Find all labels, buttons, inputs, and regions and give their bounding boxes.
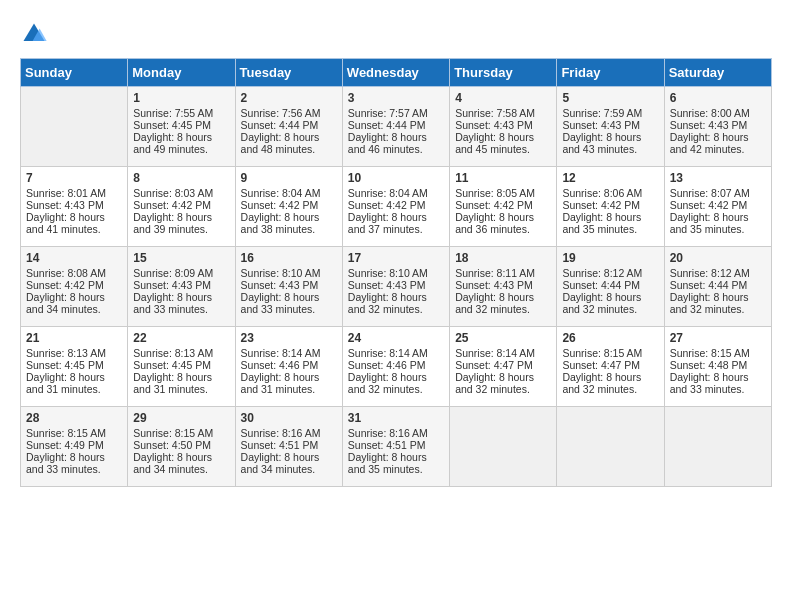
calendar-cell: 12 Sunrise: 8:06 AM Sunset: 4:42 PM Dayl… xyxy=(557,167,664,247)
sunset-text: Sunset: 4:50 PM xyxy=(133,439,211,451)
daylight-text: Daylight: 8 hours and 42 minutes. xyxy=(670,131,749,155)
calendar-cell: 13 Sunrise: 8:07 AM Sunset: 4:42 PM Dayl… xyxy=(664,167,771,247)
day-number: 23 xyxy=(241,331,337,345)
day-number: 5 xyxy=(562,91,658,105)
sunset-text: Sunset: 4:43 PM xyxy=(670,119,748,131)
day-number: 3 xyxy=(348,91,444,105)
daylight-text: Daylight: 8 hours and 45 minutes. xyxy=(455,131,534,155)
daylight-text: Daylight: 8 hours and 32 minutes. xyxy=(455,371,534,395)
day-number: 12 xyxy=(562,171,658,185)
sunset-text: Sunset: 4:46 PM xyxy=(241,359,319,371)
daylight-text: Daylight: 8 hours and 48 minutes. xyxy=(241,131,320,155)
calendar-cell: 2 Sunrise: 7:56 AM Sunset: 4:44 PM Dayli… xyxy=(235,87,342,167)
sunset-text: Sunset: 4:48 PM xyxy=(670,359,748,371)
sunset-text: Sunset: 4:43 PM xyxy=(26,199,104,211)
day-number: 21 xyxy=(26,331,122,345)
daylight-text: Daylight: 8 hours and 35 minutes. xyxy=(348,451,427,475)
days-header-row: SundayMondayTuesdayWednesdayThursdayFrid… xyxy=(21,59,772,87)
day-number: 24 xyxy=(348,331,444,345)
day-number: 8 xyxy=(133,171,229,185)
sunrise-text: Sunrise: 8:12 AM xyxy=(562,267,642,279)
sunset-text: Sunset: 4:42 PM xyxy=(562,199,640,211)
sunset-text: Sunset: 4:43 PM xyxy=(562,119,640,131)
calendar-cell: 7 Sunrise: 8:01 AM Sunset: 4:43 PM Dayli… xyxy=(21,167,128,247)
sunrise-text: Sunrise: 8:14 AM xyxy=(241,347,321,359)
daylight-text: Daylight: 8 hours and 32 minutes. xyxy=(348,291,427,315)
sunset-text: Sunset: 4:43 PM xyxy=(241,279,319,291)
day-number: 25 xyxy=(455,331,551,345)
daylight-text: Daylight: 8 hours and 32 minutes. xyxy=(348,371,427,395)
day-number: 17 xyxy=(348,251,444,265)
sunset-text: Sunset: 4:42 PM xyxy=(670,199,748,211)
daylight-text: Daylight: 8 hours and 43 minutes. xyxy=(562,131,641,155)
day-number: 2 xyxy=(241,91,337,105)
sunrise-text: Sunrise: 8:15 AM xyxy=(562,347,642,359)
calendar-cell: 25 Sunrise: 8:14 AM Sunset: 4:47 PM Dayl… xyxy=(450,327,557,407)
day-number: 30 xyxy=(241,411,337,425)
calendar-cell: 20 Sunrise: 8:12 AM Sunset: 4:44 PM Dayl… xyxy=(664,247,771,327)
sunrise-text: Sunrise: 8:10 AM xyxy=(348,267,428,279)
daylight-text: Daylight: 8 hours and 46 minutes. xyxy=(348,131,427,155)
calendar-cell: 19 Sunrise: 8:12 AM Sunset: 4:44 PM Dayl… xyxy=(557,247,664,327)
day-number: 22 xyxy=(133,331,229,345)
sunrise-text: Sunrise: 8:06 AM xyxy=(562,187,642,199)
sunset-text: Sunset: 4:45 PM xyxy=(26,359,104,371)
calendar-cell: 23 Sunrise: 8:14 AM Sunset: 4:46 PM Dayl… xyxy=(235,327,342,407)
day-number: 19 xyxy=(562,251,658,265)
sunrise-text: Sunrise: 8:15 AM xyxy=(133,427,213,439)
calendar-cell: 6 Sunrise: 8:00 AM Sunset: 4:43 PM Dayli… xyxy=(664,87,771,167)
sunset-text: Sunset: 4:43 PM xyxy=(133,279,211,291)
calendar-cell xyxy=(557,407,664,487)
sunset-text: Sunset: 4:43 PM xyxy=(455,279,533,291)
day-number: 11 xyxy=(455,171,551,185)
calendar-cell xyxy=(450,407,557,487)
calendar-cell: 3 Sunrise: 7:57 AM Sunset: 4:44 PM Dayli… xyxy=(342,87,449,167)
day-number: 20 xyxy=(670,251,766,265)
sunrise-text: Sunrise: 8:04 AM xyxy=(348,187,428,199)
day-number: 13 xyxy=(670,171,766,185)
day-header-tuesday: Tuesday xyxy=(235,59,342,87)
calendar-cell: 14 Sunrise: 8:08 AM Sunset: 4:42 PM Dayl… xyxy=(21,247,128,327)
daylight-text: Daylight: 8 hours and 35 minutes. xyxy=(670,211,749,235)
logo xyxy=(20,20,52,48)
calendar-cell: 8 Sunrise: 8:03 AM Sunset: 4:42 PM Dayli… xyxy=(128,167,235,247)
sunset-text: Sunset: 4:44 PM xyxy=(348,119,426,131)
sunset-text: Sunset: 4:42 PM xyxy=(133,199,211,211)
day-header-sunday: Sunday xyxy=(21,59,128,87)
day-number: 31 xyxy=(348,411,444,425)
sunset-text: Sunset: 4:51 PM xyxy=(348,439,426,451)
sunrise-text: Sunrise: 8:14 AM xyxy=(455,347,535,359)
daylight-text: Daylight: 8 hours and 33 minutes. xyxy=(26,451,105,475)
day-number: 14 xyxy=(26,251,122,265)
day-number: 18 xyxy=(455,251,551,265)
calendar-cell: 18 Sunrise: 8:11 AM Sunset: 4:43 PM Dayl… xyxy=(450,247,557,327)
calendar-cell: 9 Sunrise: 8:04 AM Sunset: 4:42 PM Dayli… xyxy=(235,167,342,247)
day-header-wednesday: Wednesday xyxy=(342,59,449,87)
sunset-text: Sunset: 4:46 PM xyxy=(348,359,426,371)
daylight-text: Daylight: 8 hours and 32 minutes. xyxy=(562,291,641,315)
daylight-text: Daylight: 8 hours and 36 minutes. xyxy=(455,211,534,235)
day-number: 10 xyxy=(348,171,444,185)
calendar-cell: 17 Sunrise: 8:10 AM Sunset: 4:43 PM Dayl… xyxy=(342,247,449,327)
sunrise-text: Sunrise: 8:15 AM xyxy=(670,347,750,359)
sunrise-text: Sunrise: 8:09 AM xyxy=(133,267,213,279)
daylight-text: Daylight: 8 hours and 33 minutes. xyxy=(133,291,212,315)
daylight-text: Daylight: 8 hours and 34 minutes. xyxy=(26,291,105,315)
calendar-cell: 26 Sunrise: 8:15 AM Sunset: 4:47 PM Dayl… xyxy=(557,327,664,407)
sunset-text: Sunset: 4:43 PM xyxy=(455,119,533,131)
sunrise-text: Sunrise: 8:10 AM xyxy=(241,267,321,279)
sunset-text: Sunset: 4:42 PM xyxy=(455,199,533,211)
sunset-text: Sunset: 4:42 PM xyxy=(348,199,426,211)
sunrise-text: Sunrise: 8:07 AM xyxy=(670,187,750,199)
sunrise-text: Sunrise: 7:58 AM xyxy=(455,107,535,119)
day-header-monday: Monday xyxy=(128,59,235,87)
sunrise-text: Sunrise: 8:13 AM xyxy=(26,347,106,359)
daylight-text: Daylight: 8 hours and 33 minutes. xyxy=(670,371,749,395)
calendar-cell: 10 Sunrise: 8:04 AM Sunset: 4:42 PM Dayl… xyxy=(342,167,449,247)
sunrise-text: Sunrise: 8:08 AM xyxy=(26,267,106,279)
daylight-text: Daylight: 8 hours and 32 minutes. xyxy=(455,291,534,315)
daylight-text: Daylight: 8 hours and 38 minutes. xyxy=(241,211,320,235)
calendar-cell xyxy=(664,407,771,487)
sunrise-text: Sunrise: 8:00 AM xyxy=(670,107,750,119)
sunset-text: Sunset: 4:51 PM xyxy=(241,439,319,451)
